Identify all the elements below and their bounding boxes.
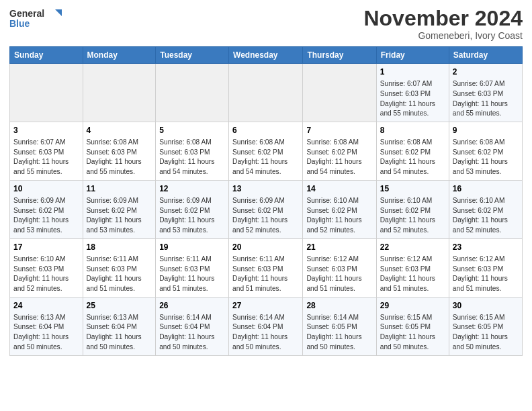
day-info: Sunrise: 6:15 AM Sunset: 6:05 PM Dayligh… [453,313,519,353]
calendar: SundayMondayTuesdayWednesdayThursdayFrid… [9,46,523,356]
calendar-cell: 19Sunrise: 6:11 AM Sunset: 6:03 PM Dayli… [156,238,229,297]
calendar-cell: 14Sunrise: 6:10 AM Sunset: 6:02 PM Dayli… [303,181,376,239]
day-info: Sunrise: 6:08 AM Sunset: 6:03 PM Dayligh… [159,138,225,177]
day-info: Sunrise: 6:09 AM Sunset: 6:02 PM Dayligh… [232,196,299,236]
day-number: 8 [380,125,445,136]
calendar-cell [10,64,83,122]
day-info: Sunrise: 6:14 AM Sunset: 6:04 PM Dayligh… [232,313,299,353]
calendar-cell [156,64,229,122]
day-info: Sunrise: 6:10 AM Sunset: 6:02 PM Dayligh… [453,196,519,236]
day-info: Sunrise: 6:10 AM Sunset: 6:02 PM Dayligh… [380,196,445,236]
calendar-cell: 30Sunrise: 6:15 AM Sunset: 6:05 PM Dayli… [449,297,522,355]
day-info: Sunrise: 6:10 AM Sunset: 6:03 PM Dayligh… [13,255,79,294]
calendar-cell: 29Sunrise: 6:15 AM Sunset: 6:05 PM Dayli… [376,297,449,355]
svg-marker-2 [55,9,62,16]
calendar-cell: 2Sunrise: 6:07 AM Sunset: 6:03 PM Daylig… [449,64,522,122]
calendar-cell: 23Sunrise: 6:12 AM Sunset: 6:03 PM Dayli… [449,238,522,297]
day-number: 30 [453,300,519,312]
day-number: 16 [453,183,519,195]
logo-svg: General Blue [9,7,63,34]
title-block: November 2024 Gomeneberi, Ivory Coast [363,7,523,41]
day-info: Sunrise: 6:11 AM Sunset: 6:03 PM Dayligh… [87,255,152,294]
day-number: 18 [87,242,152,253]
calendar-cell [229,64,303,122]
calendar-cell: 28Sunrise: 6:14 AM Sunset: 6:05 PM Dayli… [303,297,376,355]
day-info: Sunrise: 6:09 AM Sunset: 6:02 PM Dayligh… [13,196,79,236]
day-header-friday: Friday [376,47,449,64]
day-info: Sunrise: 6:08 AM Sunset: 6:02 PM Dayligh… [232,138,299,177]
day-number: 23 [453,242,519,253]
day-number: 4 [87,125,152,136]
day-info: Sunrise: 6:07 AM Sunset: 6:03 PM Dayligh… [13,138,79,177]
day-number: 13 [232,183,299,195]
day-number: 6 [232,125,299,136]
day-header-thursday: Thursday [303,47,376,64]
calendar-cell: 12Sunrise: 6:09 AM Sunset: 6:02 PM Dayli… [156,181,229,239]
calendar-cell: 24Sunrise: 6:13 AM Sunset: 6:04 PM Dayli… [10,297,83,355]
day-header-monday: Monday [83,47,156,64]
day-info: Sunrise: 6:13 AM Sunset: 6:04 PM Dayligh… [87,313,152,353]
day-info: Sunrise: 6:13 AM Sunset: 6:04 PM Dayligh… [13,313,79,353]
day-number: 3 [13,125,79,136]
day-number: 7 [306,125,372,136]
calendar-cell: 8Sunrise: 6:08 AM Sunset: 6:02 PM Daylig… [376,122,449,181]
calendar-cell: 4Sunrise: 6:08 AM Sunset: 6:03 PM Daylig… [83,122,156,181]
day-number: 25 [87,300,152,312]
calendar-cell: 6Sunrise: 6:08 AM Sunset: 6:02 PM Daylig… [229,122,303,181]
day-header-tuesday: Tuesday [156,47,229,64]
location: Gomeneberi, Ivory Coast [363,30,523,41]
day-header-sunday: Sunday [10,47,83,64]
calendar-cell: 15Sunrise: 6:10 AM Sunset: 6:02 PM Dayli… [376,181,449,239]
day-number: 24 [13,300,79,312]
day-info: Sunrise: 6:10 AM Sunset: 6:02 PM Dayligh… [306,196,372,236]
calendar-cell: 5Sunrise: 6:08 AM Sunset: 6:03 PM Daylig… [156,122,229,181]
day-number: 17 [13,242,79,253]
calendar-cell: 13Sunrise: 6:09 AM Sunset: 6:02 PM Dayli… [229,181,303,239]
day-info: Sunrise: 6:12 AM Sunset: 6:03 PM Dayligh… [453,255,519,294]
calendar-cell: 21Sunrise: 6:12 AM Sunset: 6:03 PM Dayli… [303,238,376,297]
day-info: Sunrise: 6:09 AM Sunset: 6:02 PM Dayligh… [159,196,225,236]
calendar-cell: 25Sunrise: 6:13 AM Sunset: 6:04 PM Dayli… [83,297,156,355]
day-info: Sunrise: 6:12 AM Sunset: 6:03 PM Dayligh… [306,255,372,294]
day-number: 29 [380,300,445,312]
day-number: 1 [380,66,445,78]
day-header-wednesday: Wednesday [229,47,303,64]
day-number: 22 [380,242,445,253]
day-number: 21 [306,242,372,253]
calendar-cell: 27Sunrise: 6:14 AM Sunset: 6:04 PM Dayli… [229,297,303,355]
day-info: Sunrise: 6:11 AM Sunset: 6:03 PM Dayligh… [232,255,299,294]
day-number: 10 [13,183,79,195]
svg-text:General: General [9,8,44,19]
header: General Blue November 2024 Gomeneberi, I… [9,7,523,41]
day-number: 12 [159,183,225,195]
day-info: Sunrise: 6:08 AM Sunset: 6:02 PM Dayligh… [453,138,519,177]
calendar-cell: 26Sunrise: 6:14 AM Sunset: 6:04 PM Dayli… [156,297,229,355]
day-info: Sunrise: 6:09 AM Sunset: 6:02 PM Dayligh… [87,196,152,236]
calendar-cell [83,64,156,122]
page: General Blue November 2024 Gomeneberi, I… [0,0,532,411]
month-title: November 2024 [363,7,523,30]
day-number: 20 [232,242,299,253]
day-info: Sunrise: 6:08 AM Sunset: 6:02 PM Dayligh… [306,138,372,177]
calendar-cell: 22Sunrise: 6:12 AM Sunset: 6:03 PM Dayli… [376,238,449,297]
day-info: Sunrise: 6:11 AM Sunset: 6:03 PM Dayligh… [159,255,225,294]
svg-text:Blue: Blue [9,18,30,29]
calendar-cell: 7Sunrise: 6:08 AM Sunset: 6:02 PM Daylig… [303,122,376,181]
day-number: 19 [159,242,225,253]
calendar-cell: 9Sunrise: 6:08 AM Sunset: 6:02 PM Daylig… [449,122,522,181]
calendar-cell: 1Sunrise: 6:07 AM Sunset: 6:03 PM Daylig… [376,64,449,122]
day-number: 2 [453,66,519,78]
day-header-saturday: Saturday [449,47,522,64]
calendar-cell: 17Sunrise: 6:10 AM Sunset: 6:03 PM Dayli… [10,238,83,297]
day-info: Sunrise: 6:07 AM Sunset: 6:03 PM Dayligh… [453,79,519,119]
day-info: Sunrise: 6:14 AM Sunset: 6:04 PM Dayligh… [159,313,225,353]
calendar-cell: 11Sunrise: 6:09 AM Sunset: 6:02 PM Dayli… [83,181,156,239]
calendar-cell: 18Sunrise: 6:11 AM Sunset: 6:03 PM Dayli… [83,238,156,297]
day-info: Sunrise: 6:15 AM Sunset: 6:05 PM Dayligh… [380,313,445,353]
logo: General Blue [9,7,63,34]
day-number: 9 [453,125,519,136]
day-number: 5 [159,125,225,136]
day-info: Sunrise: 6:12 AM Sunset: 6:03 PM Dayligh… [380,255,445,294]
day-number: 26 [159,300,225,312]
day-number: 15 [380,183,445,195]
